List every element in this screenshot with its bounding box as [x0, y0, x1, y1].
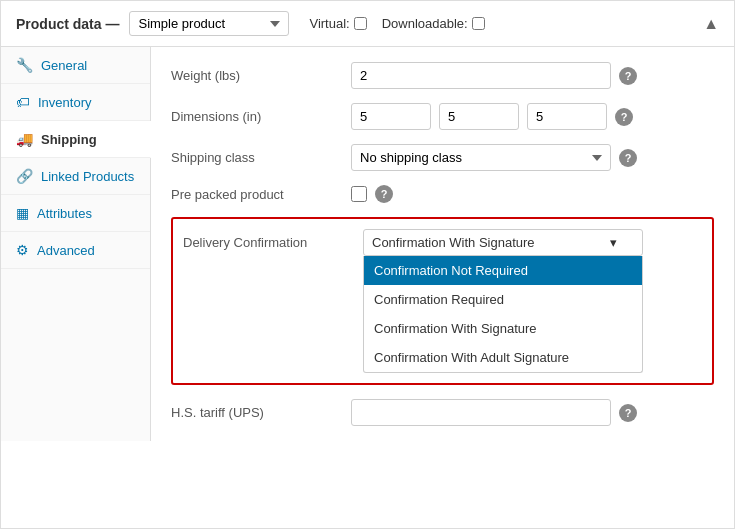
downloadable-label[interactable]: Downloadable: [382, 16, 485, 31]
sidebar-item-attributes[interactable]: ▦ Attributes [1, 195, 150, 232]
shipping-class-controls: No shipping class ? [351, 144, 714, 171]
sidebar-item-general[interactable]: 🔧 General [1, 47, 150, 84]
dimension-height-input[interactable] [527, 103, 607, 130]
sidebar-label-advanced: Advanced [37, 243, 95, 258]
sidebar-item-linked-products[interactable]: 🔗 Linked Products [1, 158, 150, 195]
delivery-row: Delivery Confirmation Confirmation With … [183, 229, 702, 373]
truck-icon: 🚚 [16, 131, 33, 147]
sidebar-item-inventory[interactable]: 🏷 Inventory [1, 84, 150, 121]
dropdown-option-with-signature[interactable]: Confirmation With Signature [364, 314, 642, 343]
dropdown-option-adult-signature[interactable]: Confirmation With Adult Signature [364, 343, 642, 372]
delivery-chevron-icon: ▾ [610, 235, 617, 250]
pre-packed-checkbox[interactable] [351, 186, 367, 202]
weight-row: Weight (lbs) ? [171, 62, 714, 89]
sidebar: 🔧 General 🏷 Inventory 🚚 Shipping 🔗 Linke… [1, 47, 151, 441]
weight-help-icon[interactable]: ? [619, 67, 637, 85]
virtual-downloadable-group: Virtual: Downloadable: [309, 16, 484, 31]
link-icon: 🔗 [16, 168, 33, 184]
product-data-body: 🔧 General 🏷 Inventory 🚚 Shipping 🔗 Linke… [1, 47, 734, 441]
weight-controls: ? [351, 62, 714, 89]
pre-packed-controls: ? [351, 185, 714, 203]
gear-icon: ⚙ [16, 242, 29, 258]
hs-tariff-row: H.S. tariff (UPS) ? [171, 399, 714, 426]
delivery-select-wrapper: Confirmation With Signature ▾ Confirmati… [363, 229, 643, 373]
sidebar-item-advanced[interactable]: ⚙ Advanced [1, 232, 150, 269]
sidebar-item-shipping[interactable]: 🚚 Shipping [1, 121, 151, 158]
hs-tariff-input[interactable] [351, 399, 611, 426]
delivery-confirmation-select[interactable]: Confirmation With Signature ▾ [363, 229, 643, 256]
pre-packed-row: Pre packed product ? [171, 185, 714, 203]
dimensions-row: Dimensions (in) ? [171, 103, 714, 130]
main-content: Weight (lbs) ? Dimensions (in) ? Shippin [151, 47, 734, 441]
sidebar-label-attributes: Attributes [37, 206, 92, 221]
product-data-header: Product data — Simple product Virtual: D… [1, 1, 734, 47]
grid-icon: ▦ [16, 205, 29, 221]
product-data-title: Product data — [16, 16, 119, 32]
shipping-class-select[interactable]: No shipping class [351, 144, 611, 171]
pre-packed-help-icon[interactable]: ? [375, 185, 393, 203]
delivery-select-value: Confirmation With Signature [372, 235, 535, 250]
wrench-icon: 🔧 [16, 57, 33, 73]
delivery-dropdown: Confirmation Not Required Confirmation R… [363, 256, 643, 373]
hs-tariff-label: H.S. tariff (UPS) [171, 405, 351, 420]
pre-packed-label: Pre packed product [171, 187, 351, 202]
shipping-class-row: Shipping class No shipping class ? [171, 144, 714, 171]
weight-label: Weight (lbs) [171, 68, 351, 83]
sidebar-label-inventory: Inventory [38, 95, 91, 110]
dimensions-label: Dimensions (in) [171, 109, 351, 124]
dropdown-option-not-required[interactable]: Confirmation Not Required [364, 256, 642, 285]
dimensions-help-icon[interactable]: ? [615, 108, 633, 126]
weight-input[interactable] [351, 62, 611, 89]
virtual-label[interactable]: Virtual: [309, 16, 366, 31]
sidebar-label-linked: Linked Products [41, 169, 134, 184]
product-type-select[interactable]: Simple product [129, 11, 289, 36]
hs-tariff-help-icon[interactable]: ? [619, 404, 637, 422]
delivery-confirmation-label: Delivery Confirmation [183, 229, 353, 250]
sidebar-label-general: General [41, 58, 87, 73]
delivery-controls: Confirmation With Signature ▾ Confirmati… [363, 229, 702, 373]
delivery-confirmation-section: Delivery Confirmation Confirmation With … [171, 217, 714, 385]
expand-button[interactable]: ▲ [703, 15, 719, 33]
product-data-container: Product data — Simple product Virtual: D… [0, 0, 735, 529]
dimension-length-input[interactable] [351, 103, 431, 130]
dimension-width-input[interactable] [439, 103, 519, 130]
shipping-class-help-icon[interactable]: ? [619, 149, 637, 167]
dropdown-option-required[interactable]: Confirmation Required [364, 285, 642, 314]
sidebar-label-shipping: Shipping [41, 132, 97, 147]
shipping-class-label: Shipping class [171, 150, 351, 165]
tag-icon: 🏷 [16, 94, 30, 110]
downloadable-checkbox[interactable] [472, 17, 485, 30]
dimensions-controls: ? [351, 103, 714, 130]
virtual-checkbox[interactable] [354, 17, 367, 30]
